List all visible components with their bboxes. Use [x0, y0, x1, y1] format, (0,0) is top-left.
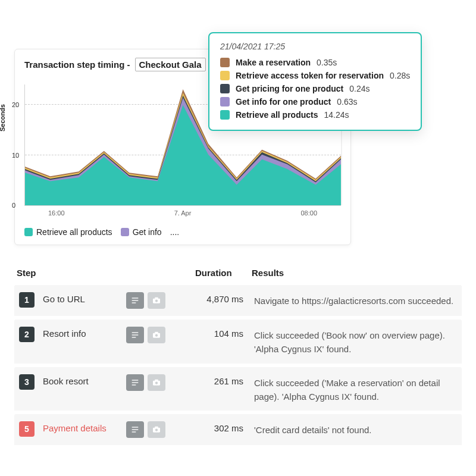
header-step: Step	[17, 268, 195, 278]
screenshot-button[interactable]	[148, 327, 165, 343]
notes-icon	[130, 425, 140, 434]
tooltip-row: Get pricing for one product0.24s	[220, 82, 410, 95]
legend-item[interactable]: Get info	[121, 227, 162, 237]
step-actions	[126, 374, 198, 391]
step-result: Navigate to https://galacticresorts.com …	[254, 292, 457, 308]
table-row[interactable]: 1 Go to URL 4,870 ms Navigate to https:/…	[14, 285, 462, 320]
legend-label: Get info	[133, 227, 162, 237]
svg-rect-5	[155, 298, 158, 299]
tooltip-name: Get pricing for one product	[236, 84, 343, 93]
xtick: 08:00	[300, 209, 317, 217]
swatch-icon	[220, 71, 230, 80]
step-result: 'Credit card details' not found.	[254, 421, 457, 437]
chart-tooltip: 21/04/2021 17:25 Make a reservation0.35s…	[208, 32, 422, 131]
tooltip-value: 0.35s	[317, 58, 337, 67]
svg-point-10	[155, 334, 158, 337]
svg-rect-8	[132, 337, 136, 337]
notes-icon	[130, 330, 140, 340]
tooltip-name: Retrieve access token for reservation	[236, 71, 384, 80]
tooltip-value: 14.24s	[324, 110, 349, 120]
svg-rect-23	[155, 427, 158, 428]
log-button[interactable]	[126, 327, 144, 343]
legend-label: Retrieve all products	[36, 227, 112, 237]
ytick: 0	[12, 202, 15, 209]
log-button[interactable]	[126, 292, 144, 309]
step-name: Resort info	[43, 327, 126, 339]
chart-xticks: 16:00 7. Apr 08:00	[48, 209, 317, 217]
tooltip-name: Make a reservation	[236, 58, 311, 67]
tooltip-value: 0.28s	[390, 71, 410, 80]
step-duration: 302 ms	[198, 421, 254, 433]
camera-icon	[152, 378, 161, 387]
screenshot-button[interactable]	[148, 421, 165, 438]
svg-rect-7	[132, 334, 139, 335]
tooltip-row: Get info for one product0.63s	[220, 95, 410, 108]
legend-item[interactable]: Retrieve all products	[24, 227, 112, 237]
chart-title-prefix: Transaction step timing -	[24, 60, 130, 70]
svg-rect-6	[132, 332, 139, 333]
svg-rect-20	[132, 431, 136, 432]
step-result: Click succeeded ('Book now' on overview …	[254, 327, 457, 356]
legend-more[interactable]: ....	[170, 227, 180, 237]
svg-point-4	[155, 300, 158, 302]
step-name: Go to URL	[43, 292, 126, 304]
steps-header: Step Duration Results	[14, 268, 462, 285]
svg-rect-1	[132, 300, 139, 300]
camera-icon	[152, 425, 161, 434]
svg-rect-0	[132, 298, 139, 298]
step-actions	[126, 327, 198, 343]
steps-table: Step Duration Results 1 Go to URL 4,870 …	[14, 268, 462, 449]
step-name: Book resort	[43, 374, 126, 386]
step-number-badge: 3	[19, 374, 35, 390]
log-button[interactable]	[126, 421, 144, 438]
header-duration: Duration	[195, 268, 252, 278]
table-row[interactable]: 5 Payment details 302 ms 'Credit card de…	[14, 414, 462, 449]
svg-rect-12	[132, 380, 139, 380]
step-duration: 261 ms	[198, 374, 254, 386]
camera-icon	[152, 296, 161, 305]
svg-rect-2	[132, 302, 136, 303]
svg-rect-19	[132, 429, 139, 430]
step-duration: 4,870 ms	[198, 292, 254, 304]
header-results: Results	[252, 268, 459, 278]
swatch-icon	[220, 97, 230, 107]
svg-rect-18	[132, 427, 139, 427]
tooltip-timestamp: 21/04/2021 17:25	[220, 42, 410, 51]
step-number-badge: 2	[19, 327, 35, 342]
chart-ylabel: Seconds	[0, 104, 6, 131]
table-row[interactable]: 2 Resort info 104 ms Click succeeded ('B…	[14, 320, 462, 367]
xtick: 16:00	[48, 209, 65, 217]
step-actions	[126, 292, 198, 309]
step-number-badge: 5	[19, 421, 35, 437]
swatch-icon	[220, 110, 230, 120]
notes-icon	[130, 296, 140, 305]
screenshot-button[interactable]	[148, 292, 165, 309]
svg-point-22	[155, 429, 158, 431]
ytick: 10	[12, 152, 19, 159]
chart-check-select[interactable]: Checkout Gala	[135, 58, 206, 71]
step-name: Payment details	[43, 421, 126, 433]
log-button[interactable]	[126, 374, 144, 391]
ytick: 20	[12, 101, 19, 108]
svg-point-16	[155, 381, 158, 384]
tooltip-name: Retrieve all products	[236, 110, 318, 120]
svg-rect-17	[155, 379, 158, 381]
screenshot-button[interactable]	[148, 374, 165, 391]
svg-rect-13	[132, 382, 139, 383]
step-duration: 104 ms	[198, 327, 254, 339]
svg-rect-14	[132, 384, 136, 385]
camera-icon	[152, 330, 161, 340]
step-result: Click succeeded ('Make a reservation' on…	[254, 374, 457, 404]
swatch-icon	[220, 58, 230, 67]
tooltip-row: Retrieve access token for reservation0.2…	[220, 69, 410, 82]
table-row[interactable]: 3 Book resort 261 ms Click succeeded ('M…	[14, 367, 462, 415]
tooltip-value: 0.63s	[337, 97, 357, 107]
chart-legend: Retrieve all products Get info ....	[24, 227, 341, 237]
tooltip-row: Retrieve all products14.24s	[220, 108, 410, 121]
tooltip-row: Make a reservation0.35s	[220, 56, 410, 69]
tooltip-name: Get info for one product	[236, 97, 331, 107]
swatch-icon	[121, 228, 129, 236]
step-actions	[126, 421, 198, 438]
swatch-icon	[24, 228, 33, 236]
svg-rect-11	[155, 332, 158, 334]
